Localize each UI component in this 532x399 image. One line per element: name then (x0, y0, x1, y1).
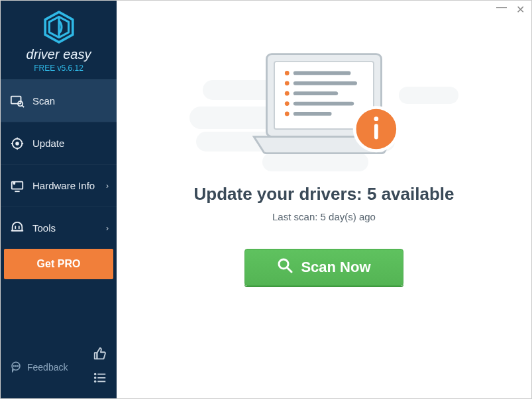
scan-now-button[interactable]: Scan Now (244, 249, 403, 286)
svg-line-46 (288, 268, 292, 272)
svg-rect-23 (95, 353, 97, 359)
hardware-info-icon: i (10, 179, 25, 193)
svg-point-20 (13, 365, 14, 366)
sidebar-item-label: Scan (32, 95, 55, 107)
svg-point-28 (95, 381, 96, 382)
svg-text:i: i (14, 182, 15, 185)
svg-point-40 (285, 112, 290, 116)
get-pro-button[interactable]: Get PRO (4, 249, 113, 279)
svg-point-7 (16, 142, 19, 145)
svg-rect-33 (293, 71, 351, 75)
sidebar-item-scan[interactable]: Scan (1, 79, 117, 122)
svg-point-45 (279, 259, 288, 269)
headline-text: Update your drivers: 5 available (193, 184, 454, 204)
minimize-button[interactable]: — (496, 2, 507, 13)
svg-point-34 (285, 81, 290, 85)
chat-icon (10, 361, 22, 375)
nav: Scan Update (1, 79, 117, 249)
svg-rect-37 (293, 91, 338, 95)
last-scan-text: Last scan: 5 day(s) ago (272, 211, 376, 222)
scan-icon (10, 94, 25, 109)
feedback-button[interactable]: Feedback (10, 361, 68, 375)
sidebar-item-tools[interactable]: Tools › (1, 206, 117, 249)
svg-point-32 (285, 71, 290, 75)
close-button[interactable]: ✕ (516, 5, 525, 15)
app-logo-icon (1, 10, 117, 47)
sidebar-item-label: Hardware Info (32, 180, 95, 191)
svg-rect-39 (293, 102, 354, 106)
app-name: driver easy (1, 47, 117, 62)
brand-block: driver easy FREE v5.6.12 (1, 1, 117, 79)
menu-list-icon[interactable] (93, 371, 107, 388)
laptop-illustration (241, 47, 407, 165)
thumbs-up-icon[interactable] (93, 347, 107, 364)
svg-point-22 (17, 365, 18, 366)
svg-point-26 (95, 377, 96, 378)
sidebar-item-label: Tools (32, 222, 56, 234)
svg-rect-44 (374, 124, 378, 139)
chevron-right-icon: › (106, 224, 109, 233)
decorative-cloud (399, 87, 458, 104)
magnifier-icon (277, 257, 293, 277)
svg-rect-3 (11, 96, 21, 103)
sidebar: driver easy FREE v5.6.12 Scan (1, 1, 117, 398)
chevron-right-icon: › (106, 181, 109, 191)
svg-point-36 (285, 91, 290, 96)
feedback-label: Feedback (27, 362, 68, 373)
app-version: FREE v5.6.12 (1, 64, 117, 73)
svg-point-38 (285, 101, 290, 106)
scan-now-label: Scan Now (301, 259, 370, 276)
sidebar-item-hardware[interactable]: i Hardware Info › (1, 164, 117, 206)
svg-point-24 (95, 374, 96, 375)
get-pro-label: Get PRO (37, 258, 81, 270)
sidebar-item-update[interactable]: Update (1, 122, 117, 164)
sidebar-item-label: Update (32, 138, 64, 149)
main-panel: Update your drivers: 5 available Last sc… (117, 1, 531, 398)
svg-rect-35 (293, 81, 357, 85)
update-icon (10, 136, 25, 151)
svg-rect-41 (293, 112, 332, 116)
svg-point-21 (15, 365, 16, 366)
svg-line-5 (22, 105, 24, 107)
tools-icon (10, 221, 25, 236)
svg-point-43 (374, 116, 378, 121)
